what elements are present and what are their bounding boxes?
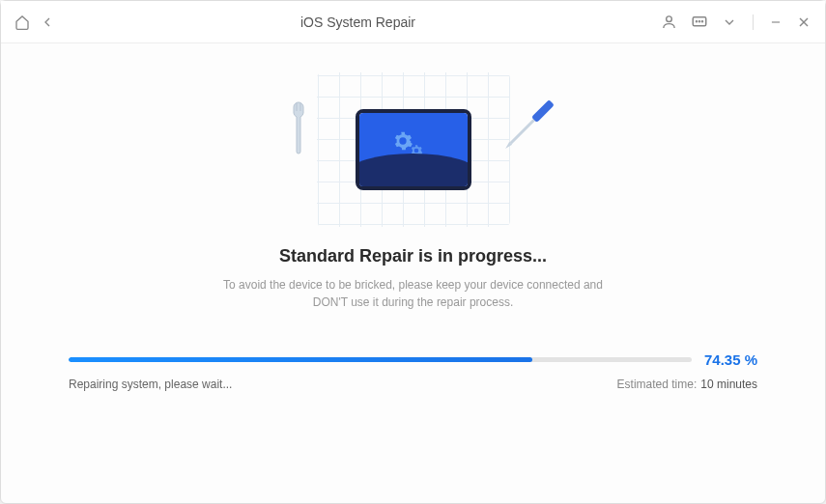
titlebar: iOS System Repair	[1, 1, 825, 43]
svg-rect-8	[530, 99, 554, 123]
screwdriver-icon	[495, 96, 557, 158]
wrench-icon	[288, 101, 309, 163]
svg-point-2	[696, 20, 697, 21]
app-window: iOS System Repair	[0, 0, 826, 504]
main-content: Standard Repair is in progress... To avo…	[1, 43, 825, 503]
window-title: iOS System Repair	[55, 14, 661, 30]
progress-percent: 74.35 %	[701, 351, 757, 368]
user-icon[interactable]	[661, 14, 677, 30]
minimize-icon[interactable]	[769, 15, 783, 29]
feedback-icon[interactable]	[691, 14, 708, 31]
progress-section: 74.35 % Repairing system, please wait...…	[69, 351, 757, 391]
eta-value: 10 minutes	[700, 378, 757, 391]
svg-point-3	[698, 20, 699, 21]
chevron-down-icon[interactable]	[722, 14, 737, 30]
progress-subtext: To avoid the device to be bricked, pleas…	[206, 276, 621, 311]
divider	[753, 14, 754, 30]
back-icon[interactable]	[40, 14, 55, 30]
repair-illustration	[317, 72, 510, 227]
svg-point-4	[701, 20, 702, 21]
eta-label: Estimated time:	[617, 378, 698, 391]
progress-heading: Standard Repair is in progress...	[279, 246, 547, 266]
progress-status: Repairing system, please wait...	[69, 378, 232, 391]
home-icon[interactable]	[14, 14, 30, 30]
progress-eta: Estimated time: 10 minutes	[617, 378, 757, 391]
progress-fill	[69, 357, 532, 362]
svg-rect-9	[509, 119, 534, 144]
svg-point-0	[667, 16, 672, 22]
close-icon[interactable]	[796, 14, 812, 30]
device-icon	[356, 109, 471, 190]
progress-bar	[69, 357, 692, 362]
svg-marker-10	[503, 142, 511, 150]
